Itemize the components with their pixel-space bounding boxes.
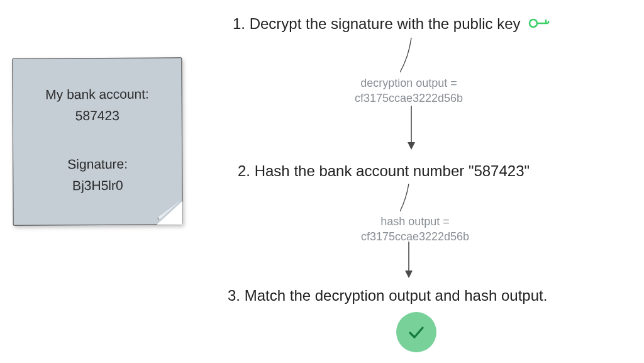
hash-output: hash output = cf3175ccae3222d56b	[340, 214, 491, 245]
svg-marker-5	[408, 142, 415, 150]
note-account-number: 587423	[13, 104, 182, 126]
note-account-label: My bank account:	[13, 83, 182, 105]
svg-point-0	[530, 20, 537, 27]
decryption-output-value: cf3175ccae3222d56b	[333, 91, 484, 106]
decryption-output: decryption output = cf3175ccae3222d56b	[333, 75, 484, 106]
step-1-label: 1. Decrypt the signature with the public…	[233, 15, 521, 32]
decryption-output-label: decryption output =	[333, 75, 484, 91]
key-icon	[528, 16, 550, 34]
bank-account-note: My bank account: 587423 Signature: Bj3H5…	[12, 57, 182, 225]
note-signature-label: Signature:	[13, 153, 182, 175]
success-checkmark-icon	[396, 312, 436, 352]
hash-output-label: hash output =	[340, 214, 491, 229]
step-3-text: 3. Match the decryption output and hash …	[228, 287, 547, 304]
note-fold-corner	[156, 201, 182, 225]
svg-marker-7	[405, 271, 413, 278]
step-1-text: 1. Decrypt the signature with the public…	[233, 15, 550, 34]
hash-output-value: cf3175ccae3222d56b	[340, 229, 491, 244]
step-2-text: 2. Hash the bank account number "587423"	[238, 162, 530, 180]
note-signature-value: Bj3H5lr0	[13, 174, 182, 196]
